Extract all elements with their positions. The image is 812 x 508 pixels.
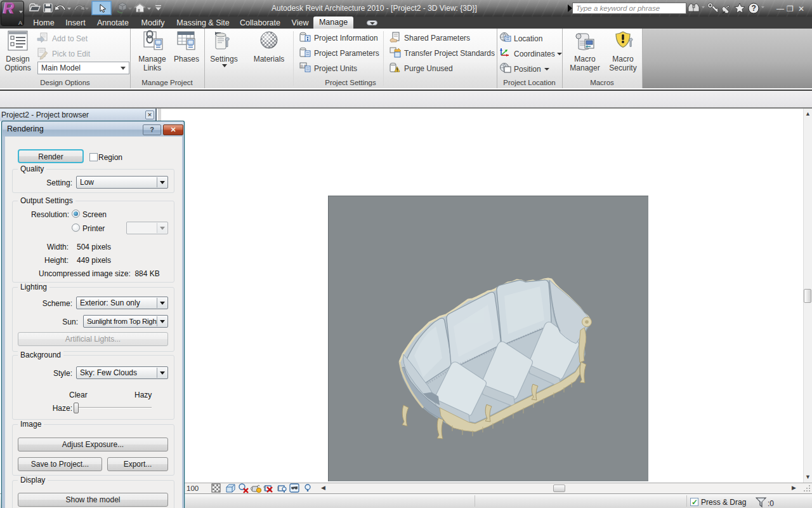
svg-text:?: ? bbox=[752, 4, 756, 13]
